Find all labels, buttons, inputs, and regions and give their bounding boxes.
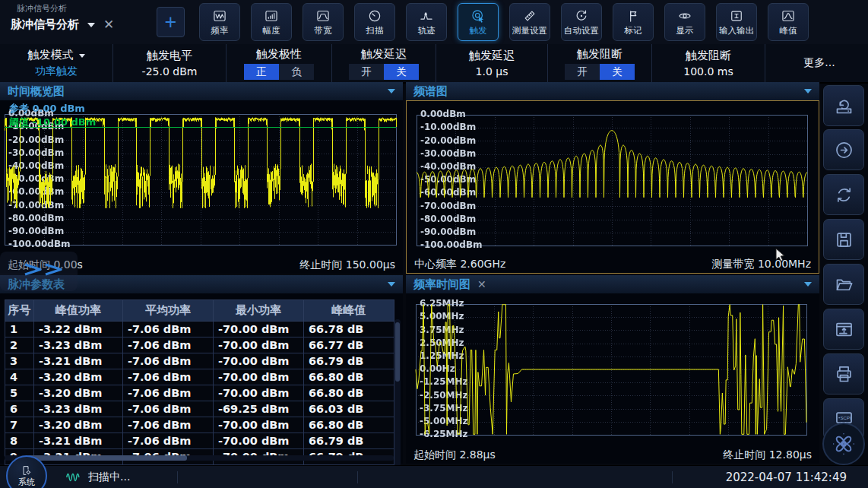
amplitude-icon bbox=[264, 8, 279, 24]
holdoff-on-toggle[interactable]: 开 bbox=[565, 64, 600, 80]
spectrum-plot[interactable] bbox=[413, 104, 810, 256]
sidebar-button-run-continue[interactable] bbox=[823, 129, 864, 170]
sidebar-button-print[interactable] bbox=[823, 353, 864, 395]
trigger-delay-value: 1.0 µs bbox=[476, 65, 508, 78]
threshold-level-label: 阈值 -10.00 dBm bbox=[9, 116, 96, 129]
panel-title: 频谱图 bbox=[413, 84, 448, 99]
toolbar-button-sweep[interactable]: 扫描 bbox=[354, 3, 395, 41]
param-trigger-mode[interactable]: 触发模式 功率触发 bbox=[0, 44, 112, 82]
recall-preset-icon bbox=[834, 96, 854, 116]
pulse-table-body: 1-3.22 dBm-7.06 dBm-70.00 dBm66.78 dB2-3… bbox=[5, 322, 394, 465]
toolbar-button-marker[interactable]: 标记 bbox=[613, 3, 654, 41]
scanning-wave-icon bbox=[65, 472, 82, 483]
trigger-mode-value: 功率触发 bbox=[35, 65, 78, 78]
system-gear-icon bbox=[21, 464, 33, 477]
toolbar-button-display[interactable]: 显示 bbox=[664, 3, 705, 41]
freq-time-close-icon[interactable]: ✕ bbox=[477, 278, 486, 290]
table-vertical-scrollbar[interactable] bbox=[394, 319, 401, 467]
expand-handle[interactable] bbox=[0, 252, 78, 291]
param-trigger-holdoff-switch: 触发阻断 开 关 bbox=[547, 44, 651, 82]
toolbar-button-peak[interactable]: 峰值 bbox=[768, 3, 809, 41]
double-chevron-icon bbox=[23, 263, 65, 276]
mouse-cursor-icon bbox=[775, 248, 787, 262]
toolbar-button-bandwidth[interactable]: 带宽 bbox=[303, 3, 344, 41]
collapse-caret-icon[interactable] bbox=[388, 282, 395, 290]
collapse-caret-icon[interactable] bbox=[804, 89, 812, 97]
measure-settings-icon bbox=[522, 8, 537, 24]
table-row[interactable]: 5-3.20 dBm-7.06 dBm-70.00 dBm66.80 dB bbox=[5, 385, 394, 401]
table-horizontal-scrollbar[interactable] bbox=[5, 455, 394, 461]
status-bar: 系统 扫描中... 2022-04-07 11:42:49 bbox=[0, 465, 868, 488]
toolbar-button-frequency[interactable]: 频率 bbox=[199, 3, 240, 41]
polarity-positive-toggle[interactable]: 正 bbox=[244, 64, 279, 80]
tab-caret-icon[interactable] bbox=[87, 23, 95, 31]
peak-icon bbox=[781, 8, 796, 24]
table-row[interactable]: 6-3.23 dBm-7.06 dBm-69.25 dBm66.03 dB bbox=[5, 401, 394, 417]
sidebar-button-screenshot[interactable] bbox=[823, 309, 864, 350]
toolbar-button-trigger[interactable]: 触发 bbox=[458, 3, 499, 41]
auto-settings-icon bbox=[574, 8, 589, 24]
panel-title: 时间概览图 bbox=[8, 84, 65, 99]
rose-navigation-icon bbox=[831, 431, 857, 457]
input-output-icon bbox=[729, 8, 744, 24]
freq-time-plot[interactable] bbox=[413, 296, 809, 445]
printer-icon bbox=[834, 364, 854, 385]
tab-title: 脉冲信号分析 bbox=[11, 17, 79, 32]
open-folder-icon bbox=[834, 274, 854, 295]
scanning-status: 扫描中... bbox=[65, 466, 130, 488]
window-chart-icon bbox=[834, 319, 854, 340]
table-row[interactable]: 3-3.21 dBm-7.06 dBm-70.00 dBm66.79 dB bbox=[5, 353, 394, 369]
sidebar-button-save[interactable] bbox=[823, 219, 864, 260]
reference-level-label: 参考 0.00 dBm bbox=[9, 102, 85, 116]
add-tab-button[interactable]: + bbox=[157, 7, 185, 37]
end-time-label: 终止时间 150.00µs bbox=[299, 258, 395, 272]
param-trigger-holdoff-value[interactable]: 触发阻断 100.0 ms bbox=[651, 44, 765, 82]
refresh-icon bbox=[834, 185, 854, 205]
param-trigger-delay-switch: 触发延迟 开 关 bbox=[331, 44, 436, 82]
param-trigger-polarity: 触发极性 正 负 bbox=[226, 44, 331, 82]
trigger-params-row: 触发模式 功率触发 触发电平 -25.0 dBm 触发极性 正 负 触发延迟 开… bbox=[0, 44, 868, 84]
table-row[interactable]: 2-3.23 dBm-7.06 dBm-70.00 dBm66.77 dB bbox=[5, 337, 394, 353]
sidebar-button-refresh[interactable] bbox=[823, 174, 864, 215]
marker-flag-icon bbox=[626, 8, 641, 24]
trigger-mode-caret-icon bbox=[79, 54, 85, 61]
top-toolbar: 脉冲信号分析 脉冲信号分析 ✕ + 频率 幅度 带宽 bbox=[0, 0, 868, 45]
center-frequency-label: 中心频率 2.60GHz bbox=[414, 258, 505, 271]
tab-subtitle: 脉冲信号分析 bbox=[17, 3, 147, 14]
table-row[interactable]: 7-3.20 dBm-7.06 dBm-70.00 dBm66.80 dB bbox=[5, 417, 394, 433]
collapse-caret-icon[interactable] bbox=[804, 282, 812, 290]
toolbar-button-measure-settings[interactable]: 测量设置 bbox=[509, 3, 550, 41]
toolbar-button-auto-settings[interactable]: 自动设置 bbox=[561, 3, 602, 41]
clock-timestamp: 2022-04-07 11:42:49 bbox=[726, 466, 847, 488]
toolbar-button-trace[interactable]: 轨迹 bbox=[406, 3, 447, 41]
polarity-negative-toggle[interactable]: 负 bbox=[279, 64, 314, 80]
table-row[interactable]: 1-3.22 dBm-7.06 dBm-70.00 dBm66.78 dB bbox=[5, 322, 394, 337]
status-divider bbox=[672, 471, 673, 483]
table-row[interactable]: 4-3.20 dBm-7.06 dBm-70.00 dBm66.80 dB bbox=[5, 369, 394, 385]
toolbar-button-input-output[interactable]: 输入输出 bbox=[716, 3, 757, 41]
sidebar-button-open-file[interactable] bbox=[823, 264, 864, 305]
plus-icon: + bbox=[165, 11, 177, 33]
panel-time-overview: 时间概览图 参考 0.00 dBm 阈值 -10.00 dBm 起始时间 0.0… bbox=[0, 82, 403, 274]
delay-on-toggle[interactable]: 开 bbox=[349, 64, 384, 80]
sidebar-button-recall[interactable] bbox=[823, 85, 864, 126]
table-header-row: 序号 峰值功率 平均功率 最小功率 峰峰值 bbox=[5, 300, 394, 322]
tab-close-icon[interactable]: ✕ bbox=[103, 18, 114, 31]
trigger-icon bbox=[470, 8, 486, 24]
param-trigger-level[interactable]: 触发电平 -25.0 dBm bbox=[112, 44, 226, 82]
table-row[interactable]: 8-3.21 dBm-7.06 dBm-70.00 dBm66.79 dB bbox=[5, 433, 394, 449]
collapse-caret-icon[interactable] bbox=[388, 89, 395, 97]
app-tab[interactable]: 脉冲信号分析 脉冲信号分析 ✕ bbox=[11, 3, 147, 32]
status-divider bbox=[177, 471, 178, 483]
more-button[interactable]: 更多... bbox=[765, 44, 868, 82]
display-eye-icon bbox=[677, 8, 692, 24]
frequency-icon bbox=[212, 8, 227, 24]
trace-icon bbox=[419, 8, 434, 24]
panel-title: 频率时间图 bbox=[413, 277, 470, 292]
delay-off-toggle[interactable]: 关 bbox=[384, 64, 419, 80]
toolbar-button-amplitude[interactable]: 幅度 bbox=[251, 3, 292, 41]
sidebar-button-navigation[interactable] bbox=[822, 423, 865, 465]
svg-text:SCPI: SCPI bbox=[840, 415, 851, 420]
holdoff-off-toggle[interactable]: 关 bbox=[600, 64, 635, 80]
param-trigger-delay-value[interactable]: 触发延迟 1.0 µs bbox=[436, 44, 547, 82]
